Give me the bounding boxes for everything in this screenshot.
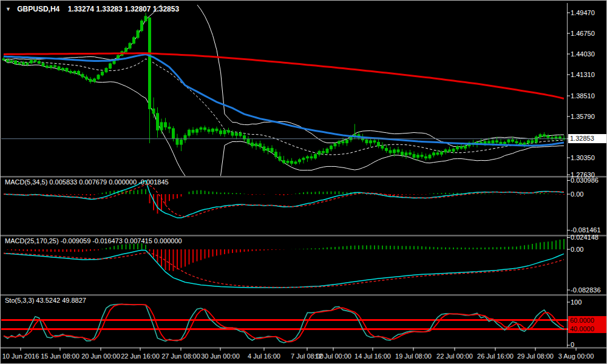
time-axis-label: 27 Jun 08:00 (161, 352, 200, 360)
ohlc-values: 1.33274 1.33283 1.32807 1.32853 (68, 5, 180, 13)
sto-d-line (4, 305, 564, 342)
time-axis-label: 19 Jul 08:00 (395, 352, 432, 360)
sto-level-badge: 60.0000 (568, 316, 607, 325)
macd2-label: MACD(25,170,25) -0.009059 -0.016473 0.00… (5, 237, 182, 244)
macd2-line (4, 250, 564, 288)
macd1-axis-label: 0.030986 (571, 177, 599, 184)
mt4-chart-window: ▼ GBPUSD,H4 1.33274 1.33283 1.32807 1.32… (0, 0, 607, 364)
sto-axis-label: 0 (571, 341, 574, 349)
sto-k-line (4, 304, 564, 343)
sto-label: Sto(5,3,3) 43.5242 49.8827 (5, 297, 86, 304)
ma-fast-line (4, 54, 564, 146)
price-axis-label: 1.38510 (571, 92, 595, 100)
macd2-axis-label: 0.00 (571, 246, 583, 254)
time-axis-label: 22 Jul 00:00 (436, 352, 473, 360)
collapse-icon[interactable]: ▼ (5, 6, 11, 12)
price-axis-label: 1.46750 (571, 30, 595, 38)
time-axis-label: 14 Jul 16:00 (354, 352, 391, 360)
time-axis-label: 26 Jul 16:00 (477, 352, 514, 360)
sto-axis-label: 100 (571, 298, 582, 306)
time-axis-label: 10 Jun 2016 (2, 352, 39, 360)
price-axis-label: 1.49470 (571, 9, 595, 17)
time-axis-label: 22 Jun 16:00 (121, 352, 160, 360)
time-axis-label: 30 Jun 00:00 (201, 352, 240, 360)
symbol-period-label: GBPUSD,H4 (17, 5, 59, 13)
sto-level-badge: 40.0000 (568, 325, 607, 333)
candlestick-series (2, 13, 565, 166)
macd1-signal-line (4, 184, 564, 217)
macd2-signal-line (4, 253, 564, 288)
price-axis-label: 1.44030 (571, 50, 595, 58)
macd2-axis-label: 0.024148 (571, 234, 599, 241)
time-axis-label: 15 Jun 08:00 (41, 352, 80, 360)
current-price-label: 1.32853 (568, 134, 607, 143)
macd1-axis-label: -0.081461 (571, 226, 601, 234)
time-axis-label: 12 Jul 00:00 (315, 352, 351, 360)
time-axis-label: 29 Jul 08:00 (517, 352, 554, 360)
chart-title: ▼ GBPUSD,H4 1.33274 1.33283 1.32807 1.32… (5, 5, 179, 13)
macd1-line (4, 181, 564, 218)
macd1-axis-label: 0.00 (571, 190, 583, 198)
price-axis-label: 1.41310 (571, 71, 595, 79)
macd2-axis-label: -0.082836 (571, 286, 601, 294)
bollinger-middle-line (4, 59, 564, 155)
time-axis-label: 3 Aug 00:00 (558, 352, 594, 360)
time-axis-label: 20 Jun 00:00 (81, 352, 120, 360)
bollinger-lower-line (4, 60, 564, 193)
time-axis-label: 4 Jul 16:00 (248, 352, 280, 360)
price-axis-label: 1.30350 (571, 154, 595, 162)
price-axis-label: 1.35790 (571, 113, 595, 121)
macd1-label: MACD(5,34,5) 0.005833 0.007679 0.000000 … (5, 178, 169, 186)
